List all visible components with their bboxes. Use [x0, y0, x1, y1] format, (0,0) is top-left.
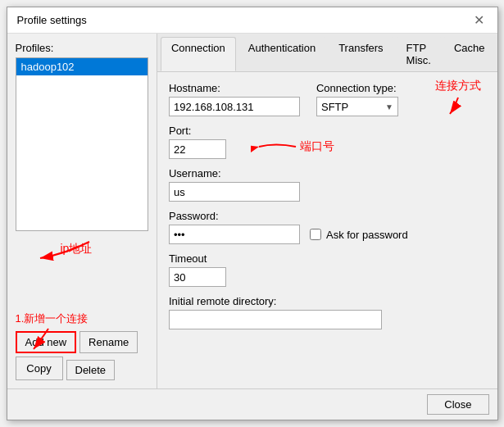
password-group: Password: Ask for password — [169, 210, 486, 244]
port-group: Port: — [169, 125, 226, 159]
copy-button[interactable]: Copy — [16, 357, 63, 380]
timeout-input[interactable] — [169, 267, 226, 287]
password-row: Ask for password — [169, 225, 486, 244]
tab-content-connection: Hostname: Connection type: SFTP FTP FTPS… — [157, 72, 497, 388]
ask-password-label: Ask for password — [326, 229, 408, 241]
left-panel-buttons: Add new Rename Copy Delete — [16, 331, 148, 380]
port-label: Port: — [169, 125, 226, 137]
title-bar: Profile settings ✕ — [7, 7, 497, 34]
dialog-title: Profile settings — [17, 14, 87, 26]
connection-type-select[interactable]: SFTP FTP FTPS SCP — [316, 97, 398, 116]
profiles-label: Profiles: — [16, 42, 148, 54]
hostname-label: Hostname: — [169, 82, 300, 94]
username-label: Username: — [169, 167, 486, 179]
arrow-ip-svg — [16, 229, 114, 270]
connection-type-select-wrapper: SFTP FTP FTPS SCP — [316, 97, 398, 116]
password-label: Password: — [169, 210, 486, 222]
tab-cache[interactable]: Cache — [443, 37, 496, 71]
remote-dir-label: Initial remote directory: — [169, 295, 486, 307]
profiles-list[interactable]: hadoop102 — [16, 57, 148, 231]
hostname-group: Hostname: — [169, 82, 300, 116]
connection-type-label: Connection type: — [316, 82, 398, 94]
connection-type-group: Connection type: SFTP FTP FTPS SCP — [316, 82, 398, 116]
ask-password-row: Ask for password — [310, 229, 408, 241]
dialog-footer: Close — [7, 388, 497, 420]
tab-connection[interactable]: Connection — [161, 37, 236, 71]
close-dialog-button[interactable]: Close — [427, 394, 488, 415]
tabs-bar: Connection Authentication Transfers FTP … — [157, 34, 497, 72]
profile-item[interactable]: hadoop102 — [16, 58, 148, 75]
arrow-port-svg — [251, 134, 300, 159]
profile-settings-dialog: Profile settings ✕ Profiles: hadoop102 i… — [7, 7, 498, 420]
remote-dir-group: Initial remote directory: — [169, 295, 486, 329]
hostname-input[interactable] — [169, 97, 300, 116]
remote-dir-input[interactable] — [169, 310, 382, 329]
title-close-button[interactable]: ✕ — [471, 12, 488, 29]
tab-authentication[interactable]: Authentication — [238, 37, 326, 71]
annotation-port: 端口号 — [300, 139, 334, 154]
password-input[interactable] — [169, 225, 300, 244]
tab-transfers[interactable]: Transfers — [328, 37, 393, 71]
delete-button[interactable]: Delete — [66, 360, 116, 380]
timeout-label: Timeout — [169, 252, 486, 265]
username-input[interactable] — [169, 182, 300, 202]
username-group: Username: — [169, 167, 486, 202]
dialog-body: Profiles: hadoop102 ip地址 1.新增一个连接 — [7, 34, 497, 388]
tab-ftp-misc[interactable]: FTP Misc. — [396, 37, 442, 71]
timeout-group: Timeout — [169, 252, 486, 287]
port-input[interactable] — [169, 139, 226, 159]
add-new-button[interactable]: Add new — [16, 331, 77, 353]
annotation-new: 1.新增一个连接 — [16, 312, 89, 325]
arrow-conn-svg — [442, 93, 474, 118]
ask-password-checkbox[interactable] — [310, 229, 321, 240]
annotation-conn: 连接方式 — [435, 79, 481, 93]
right-panel: Connection Authentication Transfers FTP … — [157, 34, 497, 388]
rename-button[interactable]: Rename — [79, 331, 138, 353]
left-panel: Profiles: hadoop102 ip地址 1.新增一个连接 — [7, 34, 157, 388]
